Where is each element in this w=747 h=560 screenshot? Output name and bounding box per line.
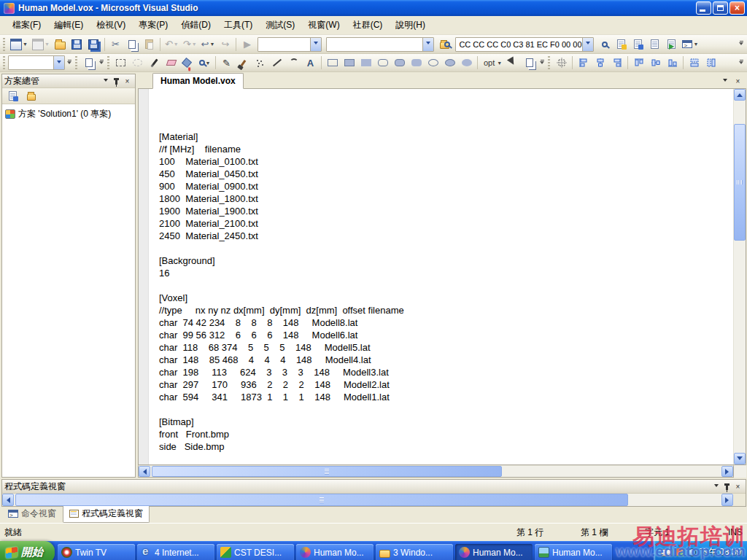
toolbar-grip[interactable]	[548, 56, 550, 69]
snap-to-grid-button[interactable]	[553, 55, 570, 71]
align-centers-button[interactable]	[592, 55, 608, 71]
window-position-button[interactable]	[711, 481, 721, 491]
tray-status-icon[interactable]	[676, 548, 684, 556]
combobox-dropdown-button[interactable]	[582, 38, 593, 51]
filled-rounded-rectangle-tool[interactable]	[408, 55, 425, 71]
menu-item[interactable]: 偵錯(D)	[174, 16, 217, 34]
eraser-tool[interactable]	[163, 55, 179, 71]
close-panel-button[interactable]: ×	[732, 481, 743, 491]
paste-button[interactable]	[141, 36, 158, 52]
object-browser-button[interactable]	[646, 36, 663, 52]
toolbar-options-overflow[interactable]	[738, 55, 745, 70]
fill-tool[interactable]	[179, 55, 196, 71]
network-globe-icon[interactable]	[688, 548, 696, 556]
solution-explorer-titlebar[interactable]: 方案總管 ×	[2, 74, 135, 88]
start-debug-button[interactable]: ▶	[239, 36, 255, 52]
panel-tab[interactable]: 程式碼定義視窗	[63, 505, 150, 523]
scroll-up-button[interactable]	[734, 89, 746, 101]
rectangle-select-tool[interactable]	[112, 55, 129, 71]
solution-platforms-combobox[interactable]	[326, 37, 434, 52]
ellipse-tool[interactable]	[425, 55, 441, 71]
close-button[interactable]: ×	[729, 1, 745, 15]
menu-item[interactable]: 視窗(W)	[301, 16, 346, 34]
menu-item[interactable]: 測試(S)	[259, 16, 301, 34]
make-same-width-button[interactable]	[686, 55, 703, 71]
undo-button[interactable]: ↶▼	[163, 36, 181, 52]
show-all-files-button[interactable]	[23, 90, 39, 103]
chevron-down-icon[interactable]: ▼	[209, 42, 214, 47]
auto-hide-button[interactable]	[111, 76, 122, 86]
align-middles-button[interactable]	[647, 55, 664, 71]
combobox-dropdown-button[interactable]	[422, 38, 433, 51]
document-tab[interactable]: Human Model.vox	[152, 73, 244, 89]
chevron-down-icon[interactable]: ▼	[23, 42, 28, 47]
align-tops-button[interactable]	[630, 55, 647, 71]
toolbar-options-overflow[interactable]	[538, 55, 546, 70]
rounded-rectangle-tool[interactable]	[374, 55, 391, 71]
make-same-height-button[interactable]	[703, 55, 719, 71]
menu-item[interactable]: 說明(H)	[389, 16, 432, 34]
copy-button[interactable]	[124, 36, 141, 52]
vertical-scroll-thumb[interactable]	[734, 124, 746, 241]
combobox-dropdown-button[interactable]	[310, 38, 321, 51]
properties-button[interactable]	[4, 90, 21, 103]
active-files-dropdown-button[interactable]	[719, 76, 730, 86]
chevron-down-icon[interactable]: ▼	[497, 61, 502, 66]
toolbar-grip[interactable]	[107, 56, 109, 69]
outlined-rounded-rectangle-tool[interactable]	[391, 55, 408, 71]
find-symbol-button[interactable]	[596, 36, 613, 52]
task-button[interactable]: 3 Windo... ▼	[376, 544, 453, 560]
filled-rectangle-tool[interactable]	[357, 55, 374, 71]
find-combobox[interactable]: CC CC CC C0 C3 81 EC F0 00 00	[455, 37, 594, 52]
solution-explorer-button[interactable]	[613, 36, 630, 52]
auto-hide-button[interactable]	[721, 481, 732, 491]
scroll-down-button[interactable]	[734, 453, 746, 464]
editor-selection-margin[interactable]	[139, 89, 149, 464]
menu-item[interactable]: 編輯(E)	[47, 16, 90, 34]
vertical-scrollbar[interactable]	[733, 89, 746, 464]
toolbar-grip[interactable]	[75, 56, 77, 69]
toolbar-options-overflow[interactable]	[98, 55, 105, 70]
keyboard-layout-icon[interactable]	[661, 549, 673, 556]
scroll-right-button[interactable]	[721, 466, 733, 477]
menu-item[interactable]: 專案(P)	[132, 16, 174, 34]
chevron-down-icon[interactable]: ▼	[693, 42, 698, 47]
outlined-ellipse-tool[interactable]	[441, 55, 458, 71]
toolbox-button[interactable]	[663, 36, 680, 52]
text-tool[interactable]: A	[302, 55, 319, 71]
chevron-down-icon[interactable]: ▼	[192, 42, 197, 47]
task-button[interactable]: Human Mo... ▼	[296, 544, 374, 560]
menu-item[interactable]: 工具(T)	[217, 16, 259, 34]
toolbar-grip[interactable]	[3, 56, 5, 69]
window-position-button[interactable]	[100, 76, 111, 86]
command-window-button[interactable]: ▼	[680, 36, 700, 52]
toolbar-options-overflow[interactable]	[738, 37, 745, 52]
task-button[interactable]: Twin TV ▼	[58, 544, 135, 560]
task-button[interactable]: CST DESI... ▼	[217, 544, 294, 560]
selection-pointer-tool[interactable]	[504, 55, 521, 71]
combobox-dropdown-button[interactable]	[53, 56, 64, 69]
minimize-button[interactable]	[696, 1, 711, 15]
navigate-forward-button[interactable]: ↪	[217, 36, 233, 52]
code-definition-titlebar[interactable]: 程式碼定義視窗 ×	[2, 480, 746, 494]
open-file-button[interactable]	[52, 36, 69, 52]
panel-tab[interactable]: 命令視窗	[1, 505, 63, 523]
scroll-left-button[interactable]	[2, 494, 14, 506]
task-button[interactable]: Human Mo... ▼	[455, 544, 533, 560]
restore-button[interactable]	[713, 1, 728, 15]
solution-tree-item[interactable]: 方案 'Solution1' (0 專案)	[4, 107, 133, 121]
filled-ellipse-tool[interactable]	[458, 55, 475, 71]
chevron-down-icon[interactable]: ▼	[44, 42, 50, 47]
menu-item[interactable]: 檔案(F)	[6, 16, 47, 34]
chevron-down-icon[interactable]: ▼	[174, 42, 179, 47]
option-tool[interactable]: opt▼	[480, 55, 504, 71]
close-panel-button[interactable]: ×	[122, 76, 133, 86]
add-item-button[interactable]: ▼	[30, 36, 52, 52]
task-button[interactable]: Human Mo... ▼	[535, 544, 612, 560]
horizontal-scroll-thumb[interactable]	[152, 466, 502, 477]
navigate-backward-button[interactable]: ↩▼	[199, 36, 217, 52]
cut-button[interactable]: ✂	[107, 36, 124, 52]
pencil-tool[interactable]: ✎	[218, 55, 235, 71]
brush-tool[interactable]	[235, 55, 252, 71]
toolbar-options-overflow[interactable]	[66, 55, 73, 70]
